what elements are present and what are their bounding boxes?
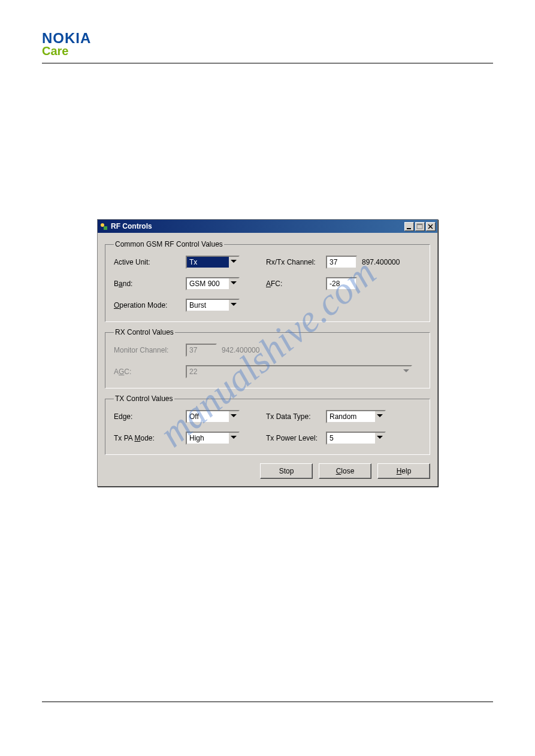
tx-data-type-value[interactable] bbox=[326, 410, 375, 423]
rx-control-group: RX Control Values Monitor Channel: 942.4… bbox=[105, 328, 430, 388]
care-logo-text: Care bbox=[42, 44, 493, 58]
chevron-down-icon[interactable] bbox=[375, 432, 386, 445]
chevron-down-icon[interactable] bbox=[229, 256, 240, 269]
header-rule bbox=[42, 63, 493, 63]
afc-input[interactable] bbox=[326, 277, 357, 290]
tx-power-level-value[interactable] bbox=[326, 432, 375, 445]
chevron-down-icon[interactable] bbox=[229, 299, 240, 312]
tx-pa-mode-label: Tx PA Mode: bbox=[114, 434, 155, 442]
close-dialog-button[interactable]: Close bbox=[319, 463, 371, 479]
edge-value[interactable] bbox=[186, 410, 229, 423]
common-gsm-group: Common GSM RF Control Values Active Unit… bbox=[105, 240, 430, 322]
chevron-down-icon[interactable] bbox=[229, 432, 240, 445]
stop-button[interactable]: Stop bbox=[260, 463, 313, 479]
svg-rect-2 bbox=[407, 228, 411, 229]
edge-combo[interactable] bbox=[186, 410, 240, 423]
band-label: Band: bbox=[114, 280, 132, 288]
titlebar: RF Controls bbox=[98, 220, 437, 233]
band-combo[interactable] bbox=[186, 277, 240, 290]
operation-mode-label: Operation Mode: bbox=[114, 301, 167, 309]
minimize-button[interactable] bbox=[404, 222, 414, 231]
active-unit-combo[interactable] bbox=[186, 256, 240, 269]
tx-power-level-label: Tx Power Level: bbox=[266, 434, 318, 442]
rxtx-channel-input[interactable] bbox=[326, 256, 357, 269]
tx-pa-mode-combo[interactable] bbox=[186, 432, 240, 445]
svg-rect-1 bbox=[104, 226, 107, 230]
rf-controls-window: manualshive.com RF Controls Common GSM R… bbox=[97, 219, 438, 487]
tx-data-type-label: Tx Data Type: bbox=[266, 412, 310, 421]
tx-control-legend: TX Control Values bbox=[114, 394, 174, 403]
tx-power-level-combo[interactable] bbox=[326, 432, 386, 445]
chevron-down-icon bbox=[401, 365, 412, 378]
agc-label: AGC: bbox=[114, 368, 131, 376]
rx-control-legend: RX Control Values bbox=[114, 328, 175, 336]
active-unit-label: Active Unit: bbox=[114, 258, 150, 266]
agc-combo bbox=[186, 365, 412, 378]
monitor-freq-text: 942.400000 bbox=[222, 346, 259, 354]
app-icon bbox=[99, 222, 108, 231]
maximize-button[interactable] bbox=[415, 222, 425, 231]
help-button[interactable]: Help bbox=[377, 463, 430, 479]
page-header: NOKIA Care bbox=[42, 30, 493, 63]
agc-value bbox=[186, 365, 401, 378]
footer-rule bbox=[42, 702, 493, 702]
afc-label: AFC: bbox=[266, 280, 282, 288]
operation-mode-value[interactable] bbox=[186, 299, 229, 312]
edge-label: Edge: bbox=[114, 412, 132, 421]
operation-mode-combo[interactable] bbox=[186, 299, 240, 312]
chevron-down-icon[interactable] bbox=[229, 277, 240, 290]
monitor-channel-label: Monitor Channel: bbox=[114, 346, 168, 354]
rxtx-freq-text: 897.400000 bbox=[362, 258, 400, 266]
tx-pa-mode-value[interactable] bbox=[186, 432, 229, 445]
svg-rect-4 bbox=[417, 224, 422, 225]
window-title: RF Controls bbox=[111, 222, 404, 230]
chevron-down-icon[interactable] bbox=[229, 410, 240, 423]
tx-control-group: TX Control Values Edge: Tx Data Type: bbox=[105, 394, 430, 455]
chevron-down-icon[interactable] bbox=[375, 410, 386, 423]
rxtx-channel-label: Rx/Tx Channel: bbox=[266, 258, 316, 266]
close-button[interactable] bbox=[426, 222, 436, 231]
band-value[interactable] bbox=[186, 277, 229, 290]
tx-data-type-combo[interactable] bbox=[326, 410, 386, 423]
common-gsm-legend: Common GSM RF Control Values bbox=[114, 240, 224, 248]
monitor-channel-input bbox=[186, 344, 217, 357]
active-unit-value[interactable] bbox=[186, 256, 229, 269]
